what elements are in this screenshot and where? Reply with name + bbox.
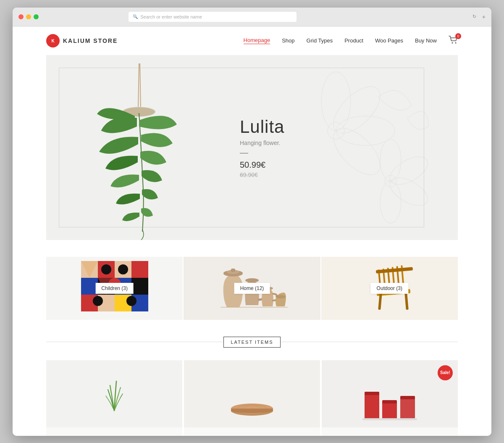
svg-point-42 — [245, 278, 259, 282]
categories-section: Children (3) — [46, 257, 458, 320]
latest-header: LATEST ITEMS — [46, 337, 458, 348]
svg-text:K: K — [51, 39, 55, 43]
children-label: Children (3) — [95, 283, 134, 294]
latest-section: LATEST ITEMS — [46, 337, 458, 436]
minimize-button[interactable] — [26, 14, 31, 19]
latest-line-right — [281, 342, 458, 342]
svg-point-4 — [321, 72, 351, 131]
maximize-button[interactable] — [34, 14, 39, 19]
product-oak-tray[interactable]: Oak Tray — [184, 360, 320, 436]
svg-rect-63 — [400, 398, 415, 419]
svg-point-3 — [455, 42, 457, 43]
nav-buy-now[interactable]: Buy Now — [415, 37, 437, 44]
new-tab-button[interactable]: + — [482, 13, 486, 20]
svg-rect-41 — [231, 269, 235, 272]
svg-point-33 — [101, 264, 111, 274]
logo-text: KALIUM STORE — [63, 37, 118, 44]
site-nav: Homepage Shop Grid Types Product Woo Pag… — [244, 36, 458, 46]
cart-button[interactable]: 0 — [449, 36, 458, 46]
svg-point-37 — [126, 296, 136, 306]
page-content: K KALIUM STORE Homepage Shop Grid Types … — [13, 26, 491, 436]
address-text: Search or enter website name — [140, 14, 202, 19]
browser-window: 🔍 Search or enter website name ↻ + K KAL… — [13, 8, 491, 436]
sale-badge: Sale! — [438, 365, 453, 380]
nav-homepage[interactable]: Homepage — [244, 37, 270, 44]
browser-dots — [18, 14, 39, 19]
product-card-inner-3: Shapemaker — [322, 427, 458, 436]
hero-divider — [240, 153, 248, 153]
hero-product-name: Lulita — [240, 117, 284, 137]
svg-rect-67 — [362, 418, 417, 420]
category-children[interactable]: Children (3) — [46, 257, 183, 320]
nav-woo-pages[interactable]: Woo Pages — [375, 37, 403, 44]
hero-price-old: 69.90€ — [240, 171, 284, 178]
svg-rect-22 — [131, 261, 148, 278]
address-bar[interactable]: 🔍 Search or enter website name — [129, 12, 297, 22]
svg-rect-62 — [382, 402, 397, 419]
latest-line-left — [46, 342, 223, 342]
svg-line-14 — [138, 63, 139, 110]
site-logo[interactable]: K KALIUM STORE — [46, 34, 118, 47]
cart-count: 0 — [455, 33, 461, 39]
product-card-inner-2: Oak Tray — [184, 427, 320, 436]
hero-section: Lulita Hanging flower. 50.99€ 69.90€ — [46, 55, 458, 240]
browser-toolbar: 🔍 Search or enter website name ↻ + — [13, 8, 491, 26]
product-boskke-cube[interactable]: Boskke Cube — [46, 360, 182, 436]
site-header: K KALIUM STORE Homepage Shop Grid Types … — [13, 26, 491, 55]
svg-point-44 — [276, 295, 286, 298]
hero-product-desc: Hanging flower. — [240, 140, 284, 146]
svg-point-34 — [118, 264, 128, 274]
hero-plant — [46, 55, 231, 240]
svg-point-36 — [93, 296, 103, 306]
nav-grid-types[interactable]: Grid Types — [307, 37, 333, 44]
svg-rect-65 — [382, 400, 397, 403]
svg-rect-54 — [405, 293, 409, 309]
svg-point-11 — [386, 172, 433, 211]
svg-rect-64 — [365, 392, 379, 395]
home-label: Home (12) — [234, 283, 270, 294]
category-home[interactable]: Home (12) — [184, 257, 320, 320]
outdoor-label: Outdoor (3) — [371, 283, 408, 294]
svg-rect-26 — [131, 278, 148, 295]
refresh-button[interactable]: ↻ — [472, 14, 476, 19]
products-grid: Boskke Cube — [46, 360, 458, 436]
latest-title: LATEST ITEMS — [223, 337, 280, 348]
logo-icon: K — [46, 34, 60, 47]
nav-product[interactable]: Product — [344, 37, 363, 44]
svg-line-15 — [140, 63, 141, 110]
svg-rect-61 — [365, 394, 379, 419]
svg-point-2 — [452, 42, 453, 43]
product-card-inner: Boskke Cube — [46, 427, 182, 436]
nav-shop[interactable]: Shop — [282, 37, 294, 44]
close-button[interactable] — [18, 14, 24, 19]
search-icon: 🔍 — [133, 14, 138, 19]
product-shapemaker[interactable]: Sale! — [322, 360, 458, 436]
svg-point-10 — [386, 151, 433, 190]
category-outdoor[interactable]: Outdoor (3) — [321, 257, 458, 320]
svg-rect-55 — [376, 267, 413, 274]
svg-rect-66 — [400, 396, 415, 399]
hero-price-new: 50.99€ — [240, 160, 284, 170]
hero-text: Lulita Hanging flower. 50.99€ 69.90€ — [231, 100, 301, 195]
